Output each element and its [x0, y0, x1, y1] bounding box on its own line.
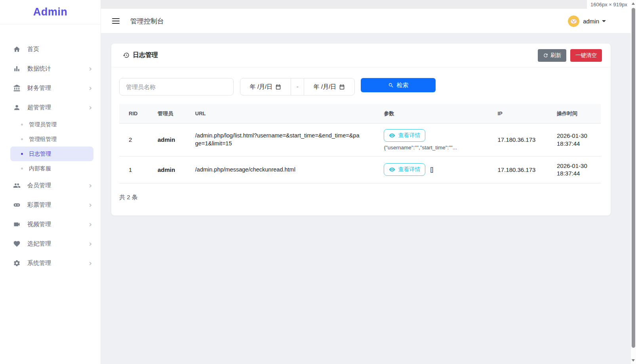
viewport-size-badge: 636px × 364px [587, 0, 631, 9]
bank-icon [13, 84, 21, 92]
time-clock: 18:37:44 [557, 140, 597, 148]
sidebar-subitem-admin-group-management[interactable]: 管理组管理 [10, 132, 93, 147]
chevron-right-icon: › [89, 221, 92, 228]
search-button[interactable]: 检索 [361, 78, 436, 92]
sidebar-subitem-log-management[interactable]: 日志管理 [10, 147, 93, 161]
hamburger-icon[interactable] [112, 17, 120, 25]
user-menu[interactable]: admin [568, 15, 606, 27]
sidebar-nav: 首页 数据统计 › 财务管理 › 超管管理 [0, 25, 101, 273]
param-preview: {"username":"","start_time":""... [384, 145, 484, 151]
heart-icon [13, 240, 21, 248]
refresh-button[interactable]: 刷新 [538, 49, 566, 62]
history-icon [123, 52, 129, 59]
cell-params: 查看详情 [] [374, 156, 488, 183]
cell-ip: 17.180.36.173 [488, 156, 547, 183]
admin-name-input[interactable] [119, 78, 234, 95]
sidebar-subitem-admin-management[interactable]: 管理员管理 [10, 117, 93, 132]
scroll-down-icon[interactable] [632, 359, 635, 362]
col-header-rid: RID [119, 104, 148, 123]
chevron-right-icon: › [89, 104, 92, 111]
cell-admin: admin [148, 156, 186, 183]
card-title: 日志管理 [123, 51, 158, 59]
sidebar-item-lottery[interactable]: 彩票管理 › [0, 195, 101, 215]
card-title-text: 日志管理 [133, 51, 158, 59]
cell-url: /admin.php/message/checkunread.html [186, 156, 375, 183]
sidebar-item-label: 视频管理 [27, 221, 89, 228]
lottery-icon [13, 201, 21, 209]
start-date-placeholder: 年 /月/日 [250, 83, 273, 91]
time-date: 2026-01-30 [557, 132, 597, 140]
sidebar-item-label: 超管管理 [27, 104, 89, 111]
vertical-scrollbar[interactable] [631, 0, 636, 364]
log-table: RID 管理员 URL 参数 IP 操作时间 2 admin [119, 104, 601, 183]
sidebar-item-system[interactable]: 系统管理 › [0, 253, 101, 273]
col-header-params: 参数 [374, 104, 488, 123]
scroll-up-icon[interactable] [632, 2, 635, 5]
end-date-input[interactable]: 年 /月/日 [304, 78, 354, 95]
sidebar-item-label: 彩票管理 [27, 201, 89, 209]
view-detail-button[interactable]: 查看详情 [384, 163, 425, 176]
topbar: 管理控制台 admin [101, 9, 636, 34]
card-body: 年 /月/日 - 年 /月/日 检索 [111, 67, 611, 215]
sidebar-subitem-internal-service[interactable]: 内部客服 [10, 161, 93, 176]
col-header-admin: 管理员 [148, 104, 186, 123]
end-date-placeholder: 年 /月/日 [314, 83, 337, 91]
content-area: 日志管理 刷新 一键清空 [101, 34, 636, 364]
sidebar-item-concubine[interactable]: 选妃管理 › [0, 234, 101, 253]
sidebar-item-statistics[interactable]: 数据统计 › [0, 59, 101, 78]
refresh-label: 刷新 [550, 52, 561, 59]
chevron-right-icon: › [89, 182, 92, 189]
video-camera-icon [13, 221, 21, 229]
card-header: 日志管理 刷新 一键清空 [111, 44, 611, 67]
cell-time: 2026-01-30 18:37:44 [547, 123, 601, 156]
user-name: admin [583, 18, 599, 25]
sidebar-item-label: 财务管理 [27, 84, 89, 92]
total-count: 共 2 条 [119, 194, 601, 201]
card-header-buttons: 刷新 一键清空 [538, 49, 602, 62]
bullet-icon [21, 153, 23, 155]
sidebar-item-label: 系统管理 [27, 259, 89, 267]
time-date: 2026-01-30 [557, 162, 597, 170]
scrollbar-thumb[interactable] [632, 8, 635, 348]
view-detail-button[interactable]: 查看详情 [384, 129, 425, 142]
chevron-right-icon: › [89, 65, 92, 72]
chevron-right-icon: › [89, 84, 92, 92]
sidebar-item-finance[interactable]: 财务管理 › [0, 78, 101, 98]
top-strip: 636px × 364px [101, 0, 636, 9]
time-clock: 18:37:44 [557, 170, 597, 177]
cell-params: 查看详情 {"username":"","start_time":""... [374, 123, 488, 156]
chevron-right-icon: › [89, 201, 92, 209]
start-date-input[interactable]: 年 /月/日 [240, 78, 291, 95]
refresh-icon [543, 53, 548, 58]
sidebar-item-label: 首页 [27, 46, 92, 53]
calendar-icon [339, 84, 345, 90]
eye-icon [389, 132, 395, 139]
date-range-group: 年 /月/日 - 年 /月/日 [240, 78, 355, 95]
sidebar-item-members[interactable]: 会员管理 › [0, 176, 101, 195]
search-label: 检索 [397, 82, 409, 89]
date-range-separator: - [291, 78, 304, 95]
log-management-card: 日志管理 刷新 一键清空 [111, 44, 611, 215]
calendar-icon [275, 84, 281, 90]
cell-url: /admin.php/log/list.html?username=&start… [186, 123, 375, 156]
admin-app: Admin 首页 数据统计 › 财务管理 › [0, 0, 636, 364]
bar-chart-icon [13, 65, 21, 73]
app-logo: Admin [0, 0, 101, 25]
sidebar-item-label: 会员管理 [27, 182, 89, 189]
gear-icon [13, 259, 21, 267]
eye-icon [389, 166, 395, 173]
sidebar-item-superadmin[interactable]: 超管管理 › [0, 98, 101, 117]
table-row: 1 admin /admin.php/message/checkunread.h… [119, 156, 601, 183]
clear-all-label: 一键清空 [575, 52, 597, 59]
clear-all-button[interactable]: 一键清空 [570, 49, 602, 62]
user-icon [13, 104, 21, 112]
cell-rid: 2 [119, 123, 148, 156]
pig-avatar [568, 15, 579, 27]
bullet-icon [21, 168, 23, 170]
sidebar-item-label: 选妃管理 [27, 240, 89, 248]
col-header-time: 操作时间 [547, 104, 601, 123]
home-icon [13, 46, 21, 53]
sidebar-item-home[interactable]: 首页 [0, 40, 101, 59]
sidebar-item-video[interactable]: 视频管理 › [0, 215, 101, 234]
table-header-row: RID 管理员 URL 参数 IP 操作时间 [119, 104, 601, 123]
